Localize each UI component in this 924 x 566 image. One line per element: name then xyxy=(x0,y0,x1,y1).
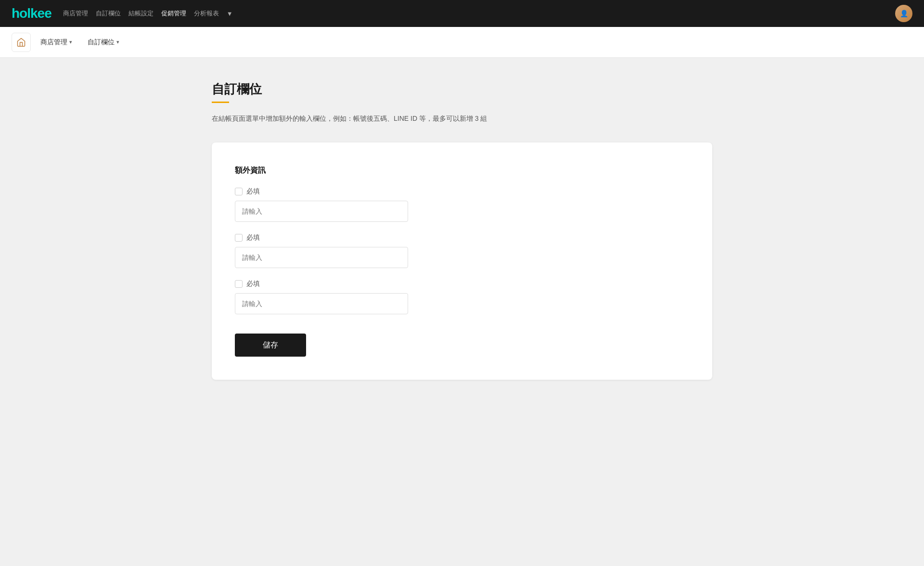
checkbox-row-3: 必填 xyxy=(235,280,689,288)
field-group-3: 必填 xyxy=(235,280,689,314)
nav-links: 商店管理 自訂欄位 結帳設定 促銷管理 分析報表 ▼ xyxy=(63,9,233,18)
main-content: 自訂欄位 在結帳頁面選單中增加額外的輸入欄位，例如：帳號後五碼、LINE ID … xyxy=(173,58,751,403)
required-label-2: 必填 xyxy=(246,233,260,242)
checkbox-row-2: 必填 xyxy=(235,233,689,242)
required-label-1: 必填 xyxy=(246,187,260,196)
sub-nav-shop-label: 商店管理 xyxy=(40,38,67,47)
field-input-3[interactable] xyxy=(235,293,408,314)
required-checkbox-1[interactable] xyxy=(235,188,243,195)
avatar[interactable]: 👤 xyxy=(895,5,912,22)
required-label-3: 必填 xyxy=(246,280,260,288)
required-checkbox-2[interactable] xyxy=(235,234,243,242)
sub-nav-shop-mgmt[interactable]: 商店管理 ▾ xyxy=(35,34,78,51)
chevron-down-icon-2: ▾ xyxy=(116,39,119,45)
nav-link-2[interactable]: 自訂欄位 xyxy=(96,9,121,18)
avatar-image: 👤 xyxy=(900,10,908,17)
field-input-2[interactable] xyxy=(235,247,408,268)
checkbox-row-1: 必填 xyxy=(235,187,689,196)
nav-link-active[interactable]: 促銷管理 xyxy=(161,9,186,18)
nav-dropdown[interactable]: ▼ xyxy=(227,10,233,17)
nav-link-shop-mgmt[interactable]: 商店管理 xyxy=(63,9,88,18)
dropdown-arrow-icon: ▼ xyxy=(227,10,233,17)
required-checkbox-3[interactable] xyxy=(235,280,243,288)
top-nav: holkee 商店管理 自訂欄位 結帳設定 促銷管理 分析報表 ▼ 👤 xyxy=(0,0,924,27)
form-card: 額外資訊 必填 必填 必填 儲存 xyxy=(212,142,712,380)
sub-nav-custom-label: 自訂欄位 xyxy=(88,38,115,47)
top-nav-left: holkee 商店管理 自訂欄位 結帳設定 促銷管理 分析報表 ▼ xyxy=(12,6,233,21)
home-icon xyxy=(16,38,26,47)
save-button[interactable]: 儲存 xyxy=(235,334,306,357)
page-description: 在結帳頁面選單中增加額外的輸入欄位，例如：帳號後五碼、LINE ID 等，最多可… xyxy=(212,115,712,123)
field-group-2: 必填 xyxy=(235,233,689,268)
chevron-down-icon: ▾ xyxy=(69,39,72,45)
field-input-1[interactable] xyxy=(235,201,408,222)
sub-nav-custom-fields[interactable]: 自訂欄位 ▾ xyxy=(82,34,125,51)
home-button[interactable] xyxy=(12,33,31,52)
nav-link-3[interactable]: 結帳設定 xyxy=(128,9,154,18)
page-title: 自訂欄位 xyxy=(212,81,712,98)
nav-link-5[interactable]: 分析報表 xyxy=(194,9,219,18)
form-section-title: 額外資訊 xyxy=(235,166,689,176)
sub-nav: 商店管理 ▾ 自訂欄位 ▾ xyxy=(0,27,924,58)
field-group-1: 必填 xyxy=(235,187,689,222)
logo[interactable]: holkee xyxy=(12,6,51,21)
title-underline xyxy=(212,102,229,103)
